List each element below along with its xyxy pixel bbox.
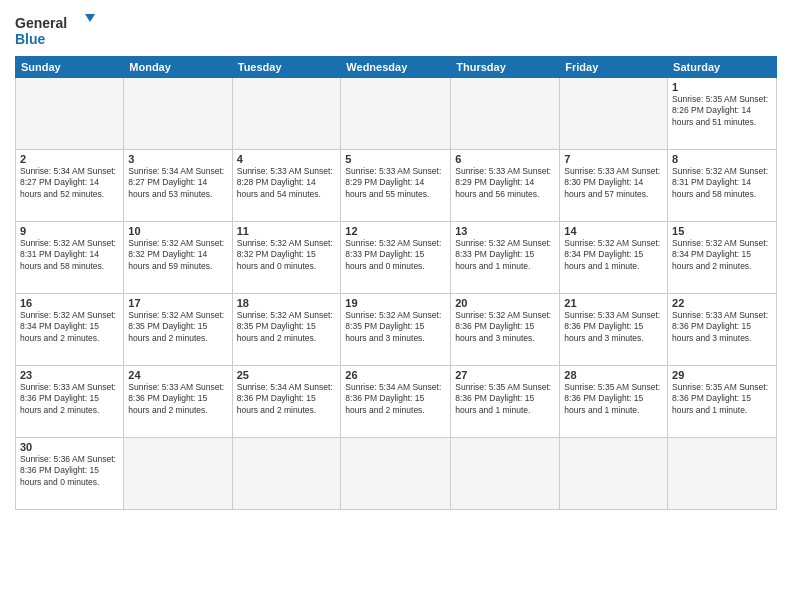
day-number: 9 [20,225,119,237]
day-info: Sunrise: 5:32 AM Sunset: 8:32 PM Dayligh… [237,238,337,272]
day-number: 6 [455,153,555,165]
calendar-cell: 7Sunrise: 5:33 AM Sunset: 8:30 PM Daylig… [560,150,668,222]
day-number: 13 [455,225,555,237]
day-info: Sunrise: 5:33 AM Sunset: 8:36 PM Dayligh… [672,310,772,344]
day-info: Sunrise: 5:35 AM Sunset: 8:36 PM Dayligh… [564,382,663,416]
calendar-cell: 19Sunrise: 5:32 AM Sunset: 8:35 PM Dayli… [341,294,451,366]
day-number: 4 [237,153,337,165]
day-number: 14 [564,225,663,237]
day-info: Sunrise: 5:32 AM Sunset: 8:33 PM Dayligh… [455,238,555,272]
calendar-cell: 13Sunrise: 5:32 AM Sunset: 8:33 PM Dayli… [451,222,560,294]
weekday-header-tuesday: Tuesday [232,57,341,78]
day-number: 30 [20,441,119,453]
calendar-cell [341,438,451,510]
day-number: 28 [564,369,663,381]
day-info: Sunrise: 5:33 AM Sunset: 8:29 PM Dayligh… [345,166,446,200]
calendar-cell [341,78,451,150]
calendar-cell [451,438,560,510]
day-info: Sunrise: 5:33 AM Sunset: 8:28 PM Dayligh… [237,166,337,200]
day-info: Sunrise: 5:35 AM Sunset: 8:36 PM Dayligh… [455,382,555,416]
day-info: Sunrise: 5:32 AM Sunset: 8:35 PM Dayligh… [128,310,227,344]
day-number: 22 [672,297,772,309]
day-info: Sunrise: 5:35 AM Sunset: 8:36 PM Dayligh… [672,382,772,416]
day-number: 3 [128,153,227,165]
day-number: 10 [128,225,227,237]
page: General Blue SundayMondayTuesdayWednesda… [0,0,792,612]
calendar-cell: 12Sunrise: 5:32 AM Sunset: 8:33 PM Dayli… [341,222,451,294]
week-row-6: 30Sunrise: 5:36 AM Sunset: 8:36 PM Dayli… [16,438,777,510]
calendar-cell [668,438,777,510]
svg-marker-2 [85,14,95,22]
logo: General Blue [15,10,95,50]
calendar-cell: 28Sunrise: 5:35 AM Sunset: 8:36 PM Dayli… [560,366,668,438]
calendar-table: SundayMondayTuesdayWednesdayThursdayFrid… [15,56,777,510]
calendar-cell: 4Sunrise: 5:33 AM Sunset: 8:28 PM Daylig… [232,150,341,222]
calendar-cell: 17Sunrise: 5:32 AM Sunset: 8:35 PM Dayli… [124,294,232,366]
calendar-cell: 21Sunrise: 5:33 AM Sunset: 8:36 PM Dayli… [560,294,668,366]
calendar-cell: 1Sunrise: 5:35 AM Sunset: 8:26 PM Daylig… [668,78,777,150]
day-number: 15 [672,225,772,237]
day-number: 24 [128,369,227,381]
day-info: Sunrise: 5:36 AM Sunset: 8:36 PM Dayligh… [20,454,119,488]
week-row-3: 9Sunrise: 5:32 AM Sunset: 8:31 PM Daylig… [16,222,777,294]
svg-text:Blue: Blue [15,31,46,47]
calendar-cell: 14Sunrise: 5:32 AM Sunset: 8:34 PM Dayli… [560,222,668,294]
day-info: Sunrise: 5:34 AM Sunset: 8:36 PM Dayligh… [237,382,337,416]
calendar-cell: 6Sunrise: 5:33 AM Sunset: 8:29 PM Daylig… [451,150,560,222]
day-info: Sunrise: 5:33 AM Sunset: 8:36 PM Dayligh… [564,310,663,344]
day-number: 11 [237,225,337,237]
day-number: 5 [345,153,446,165]
calendar-cell [560,78,668,150]
calendar-cell: 25Sunrise: 5:34 AM Sunset: 8:36 PM Dayli… [232,366,341,438]
weekday-header-row: SundayMondayTuesdayWednesdayThursdayFrid… [16,57,777,78]
day-number: 7 [564,153,663,165]
day-info: Sunrise: 5:32 AM Sunset: 8:34 PM Dayligh… [564,238,663,272]
day-number: 25 [237,369,337,381]
calendar-cell: 8Sunrise: 5:32 AM Sunset: 8:31 PM Daylig… [668,150,777,222]
calendar-cell: 20Sunrise: 5:32 AM Sunset: 8:36 PM Dayli… [451,294,560,366]
day-info: Sunrise: 5:34 AM Sunset: 8:27 PM Dayligh… [128,166,227,200]
calendar-cell: 2Sunrise: 5:34 AM Sunset: 8:27 PM Daylig… [16,150,124,222]
calendar-cell: 23Sunrise: 5:33 AM Sunset: 8:36 PM Dayli… [16,366,124,438]
calendar-cell [232,78,341,150]
calendar-cell: 10Sunrise: 5:32 AM Sunset: 8:32 PM Dayli… [124,222,232,294]
day-number: 20 [455,297,555,309]
calendar-cell: 26Sunrise: 5:34 AM Sunset: 8:36 PM Dayli… [341,366,451,438]
day-info: Sunrise: 5:32 AM Sunset: 8:32 PM Dayligh… [128,238,227,272]
day-info: Sunrise: 5:32 AM Sunset: 8:33 PM Dayligh… [345,238,446,272]
weekday-header-thursday: Thursday [451,57,560,78]
logo-svg: General Blue [15,10,95,50]
day-info: Sunrise: 5:32 AM Sunset: 8:36 PM Dayligh… [455,310,555,344]
day-info: Sunrise: 5:33 AM Sunset: 8:29 PM Dayligh… [455,166,555,200]
day-number: 17 [128,297,227,309]
day-number: 21 [564,297,663,309]
calendar-cell [124,438,232,510]
day-info: Sunrise: 5:33 AM Sunset: 8:30 PM Dayligh… [564,166,663,200]
calendar-cell [124,78,232,150]
day-info: Sunrise: 5:32 AM Sunset: 8:31 PM Dayligh… [672,166,772,200]
day-number: 18 [237,297,337,309]
day-info: Sunrise: 5:34 AM Sunset: 8:27 PM Dayligh… [20,166,119,200]
calendar-cell: 24Sunrise: 5:33 AM Sunset: 8:36 PM Dayli… [124,366,232,438]
day-number: 2 [20,153,119,165]
weekday-header-friday: Friday [560,57,668,78]
week-row-5: 23Sunrise: 5:33 AM Sunset: 8:36 PM Dayli… [16,366,777,438]
calendar-cell: 3Sunrise: 5:34 AM Sunset: 8:27 PM Daylig… [124,150,232,222]
calendar-cell [232,438,341,510]
calendar-cell: 16Sunrise: 5:32 AM Sunset: 8:34 PM Dayli… [16,294,124,366]
calendar-cell: 11Sunrise: 5:32 AM Sunset: 8:32 PM Dayli… [232,222,341,294]
day-info: Sunrise: 5:33 AM Sunset: 8:36 PM Dayligh… [128,382,227,416]
day-info: Sunrise: 5:32 AM Sunset: 8:34 PM Dayligh… [20,310,119,344]
day-info: Sunrise: 5:32 AM Sunset: 8:34 PM Dayligh… [672,238,772,272]
day-info: Sunrise: 5:32 AM Sunset: 8:35 PM Dayligh… [345,310,446,344]
weekday-header-wednesday: Wednesday [341,57,451,78]
calendar-cell: 30Sunrise: 5:36 AM Sunset: 8:36 PM Dayli… [16,438,124,510]
calendar-cell [16,78,124,150]
day-number: 27 [455,369,555,381]
day-info: Sunrise: 5:33 AM Sunset: 8:36 PM Dayligh… [20,382,119,416]
calendar-cell: 15Sunrise: 5:32 AM Sunset: 8:34 PM Dayli… [668,222,777,294]
day-number: 23 [20,369,119,381]
calendar-cell: 22Sunrise: 5:33 AM Sunset: 8:36 PM Dayli… [668,294,777,366]
weekday-header-saturday: Saturday [668,57,777,78]
calendar-cell: 5Sunrise: 5:33 AM Sunset: 8:29 PM Daylig… [341,150,451,222]
